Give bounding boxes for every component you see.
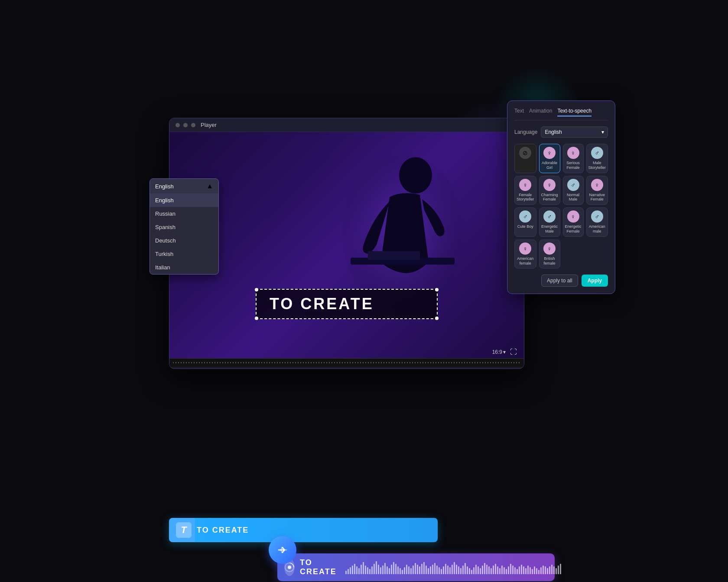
ratio-chevron: ▾ (503, 349, 506, 355)
voice-item-normal-male[interactable]: ♂ Normal Male (563, 176, 584, 205)
waveform-bar (480, 568, 481, 574)
waveform-bar (467, 566, 468, 574)
text-track-icon: T (176, 522, 192, 538)
waveform-bar (350, 567, 351, 574)
voice-icon-energetic-male: ♂ (543, 210, 556, 223)
waveform-bar (400, 568, 401, 574)
waveform-bar (538, 570, 540, 574)
voice-item-serious-female[interactable]: ♀ Serious Female (563, 144, 584, 173)
resize-handle-tl[interactable] (255, 288, 258, 291)
voice-item-energetic-male[interactable]: ♂ Energetic Male (539, 207, 560, 237)
player-titlebar: Player (169, 118, 524, 132)
waveform-bar (382, 566, 384, 574)
waveform-bar (404, 567, 405, 574)
resize-handle-bl[interactable] (255, 317, 258, 320)
waveform-bar (361, 565, 362, 574)
tab-animation[interactable]: Animation (529, 108, 552, 116)
waveform-bar (530, 567, 531, 574)
waveform-bar (408, 566, 410, 574)
waveform-bar (439, 567, 440, 574)
lang-option-russian[interactable]: Russian (150, 207, 218, 220)
voice-label-cute-boy: Cute Boy (517, 224, 533, 229)
waveform-bar (501, 566, 503, 574)
waveform-bar (378, 565, 379, 574)
lang-option-deutsch[interactable]: Deutsch (150, 234, 218, 247)
waveform-bar (402, 570, 403, 574)
language-select[interactable]: English ▾ (541, 126, 608, 138)
waveform-bar (367, 567, 368, 574)
waveform-bar (384, 563, 386, 574)
voice-item-muted[interactable]: ⊘ (514, 144, 536, 173)
waveform-bar (475, 565, 477, 574)
waveform-bar (380, 567, 381, 574)
waveform-bar (389, 568, 390, 574)
voice-icon-male-storyteller: ♂ (591, 147, 603, 159)
voice-icon-adorable-girl: ♀ (543, 147, 556, 159)
tab-text[interactable]: Text (514, 108, 524, 116)
waveform-bar (560, 564, 561, 574)
voice-icon-female-storyteller: ♀ (519, 179, 531, 191)
voice-item-charming-female[interactable]: ♀ Charming Female (539, 176, 560, 205)
lang-dropdown-header[interactable]: English ▲ (150, 179, 218, 194)
fullscreen-button[interactable]: ⛶ (510, 348, 517, 356)
lang-option-italian[interactable]: Italian (150, 261, 218, 274)
waveform-bar (545, 566, 546, 574)
waveform-bar (447, 566, 448, 574)
waveform-bar (504, 567, 505, 574)
waveform-bar (354, 564, 355, 574)
waveform-bar (421, 564, 422, 574)
lang-option-english[interactable]: English (150, 194, 218, 207)
ratio-selector[interactable]: 16:9 ▾ (492, 349, 506, 355)
voice-item-adorable-girl[interactable]: ♀ Adorable Girl (539, 144, 560, 173)
waveform-bar (471, 570, 472, 574)
waveform-bar (348, 569, 349, 574)
voice-icon-narrative-female: ♀ (591, 179, 603, 191)
resize-handle-br[interactable] (435, 317, 439, 320)
waveform-bar (395, 564, 396, 574)
convert-arrow-button[interactable] (269, 536, 296, 564)
audio-track-bar: TO CREATE (277, 553, 555, 581)
voice-item-cute-boy[interactable]: ♂ Cute Boy (514, 207, 536, 237)
tts-action-buttons: Apply to all Apply (514, 275, 608, 287)
waveform-bar (543, 566, 544, 574)
voice-item-narrative-female[interactable]: ♀ Narrative Female (586, 176, 608, 205)
waveform-bar (469, 568, 470, 574)
text-track-bar: T TO CREATE (169, 518, 438, 542)
waveform-bar (365, 566, 366, 574)
player-timeline[interactable] (169, 358, 524, 367)
waveform-bar (549, 566, 550, 574)
waveform-bar (387, 566, 388, 574)
resize-handle-tr[interactable] (435, 288, 439, 291)
waveform-bar (456, 565, 457, 574)
voice-icon-serious-female: ♀ (567, 147, 579, 159)
waveform-bar (523, 566, 524, 574)
voice-item-energetic-female[interactable]: ♀ Energetic Female (563, 207, 584, 237)
apply-all-button[interactable]: Apply to all (541, 275, 578, 287)
voice-item-american-male[interactable]: ♂ American male (586, 207, 608, 237)
waveform-bar (478, 566, 479, 574)
waveform-bar (493, 566, 494, 574)
voice-item-british-female[interactable]: ♀ British female (539, 239, 560, 269)
waveform-bar (434, 563, 436, 574)
waveform-bar (432, 565, 433, 574)
waveform-bar (527, 566, 529, 574)
voice-item-female-storyteller[interactable]: ♀ Female Storyteller (514, 176, 536, 205)
apply-button[interactable]: Apply (582, 275, 608, 287)
waveform-bar (497, 566, 498, 574)
timeline-track[interactable] (173, 362, 520, 363)
waveform-bar (473, 567, 474, 574)
text-overlay-box[interactable]: TO CREATE (256, 289, 438, 319)
waveform-bar (413, 566, 414, 574)
lang-option-spanish[interactable]: Spanish (150, 220, 218, 234)
voice-item-american-female[interactable]: ♀ American female (514, 239, 536, 269)
tab-text-to-speech[interactable]: Text-to-speech (557, 108, 592, 116)
voice-icon-energetic-female: ♀ (567, 210, 579, 223)
lang-option-turkish[interactable]: Turkish (150, 247, 218, 261)
waveform-bar (376, 561, 377, 574)
waveform-bar (423, 562, 425, 574)
voice-label-charming-female: Charming Female (541, 193, 558, 202)
waveform-bar (397, 566, 399, 574)
voice-item-male-storyteller[interactable]: ♂ Male Storyteller (586, 144, 608, 173)
window-dot-3 (191, 123, 195, 127)
player-window: Player (169, 118, 524, 369)
